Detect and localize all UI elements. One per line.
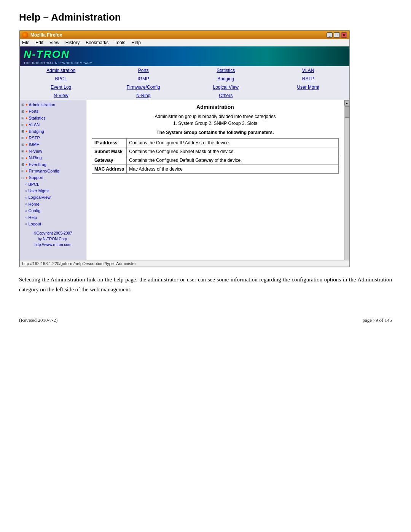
sidebar-label-logout[interactable]: Logout — [28, 221, 41, 227]
param-table: IP address Contains the Configured IP Ad… — [92, 138, 339, 174]
menu-edit[interactable]: Edit — [35, 40, 43, 45]
sidebar-label-vlan[interactable]: VLAN — [29, 122, 40, 128]
bullet-logicalview: ○ — [25, 195, 27, 200]
sidebar-label-bridging[interactable]: Bridging — [29, 129, 44, 134]
sidebar-label-usermgmt[interactable]: User Mgmt — [28, 188, 49, 194]
titlebar-text: Mozilla Firefox — [30, 32, 62, 38]
bullet-bridging: ● — [25, 129, 27, 134]
sidebar-label-eventlog[interactable]: EventLog — [29, 162, 46, 168]
browser-statusbar: http://192.168.1.220/goform/helpDescript… — [20, 260, 349, 267]
bullet-bpcl: ○ — [25, 182, 27, 187]
firefox-icon — [22, 32, 28, 38]
sidebar-item-igmp[interactable]: ⊞ ● IGMP — [21, 141, 84, 148]
nav-firmware[interactable]: Firmware/Config — [102, 83, 185, 91]
param-ip-label: IP address — [92, 139, 127, 147]
sidebar-label-statistics[interactable]: Statistics — [29, 115, 45, 121]
sidebar-label-ports[interactable]: Ports — [29, 109, 38, 114]
bullet-support: ● — [25, 176, 27, 181]
sidebar-label-igmp[interactable]: IGMP — [29, 142, 39, 147]
table-row: MAC Address Mac Address of the device — [92, 165, 339, 174]
bullet-usermgmt: ○ — [25, 189, 27, 193]
sidebar-item-nring[interactable]: ⊞ ● N-Ring — [21, 155, 84, 161]
sidebar-label-administration[interactable]: Administration — [29, 102, 55, 108]
nav-eventlog[interactable]: Event Log — [20, 83, 102, 91]
close-button[interactable]: ✕ — [341, 32, 347, 38]
sidebar-label-logicalview[interactable]: LogicalView — [28, 195, 51, 200]
menu-file[interactable]: File — [22, 40, 29, 45]
sidebar-label-rstp[interactable]: RSTP — [29, 135, 40, 141]
page-title: Help – Administration — [19, 11, 392, 23]
minimize-button[interactable]: _ — [327, 32, 333, 38]
scrollbar[interactable]: ▲ — [344, 100, 349, 260]
bullet-config: ○ — [25, 209, 27, 214]
menu-history[interactable]: History — [65, 40, 80, 45]
nav-vlan[interactable]: VLAN — [267, 66, 350, 75]
sidebar-item-support[interactable]: ⊟ ● Support — [21, 174, 84, 181]
bullet-igmp: ● — [25, 142, 27, 147]
nav-links-bar: Administration Ports Statistics VLAN BPC… — [20, 66, 349, 100]
nav-usermgmt[interactable]: User Mgmt — [267, 83, 350, 91]
sidebar-label-nring[interactable]: N-Ring — [29, 155, 41, 161]
sidebar-item-logicalview[interactable]: ○ LogicalView — [21, 194, 84, 201]
sidebar-item-home[interactable]: ○ Home — [21, 201, 84, 208]
bullet-statistics: ● — [25, 116, 27, 121]
sidebar-item-eventlog[interactable]: ⊞ ● EventLog — [21, 161, 84, 168]
scroll-up-button[interactable]: ▲ — [344, 100, 350, 105]
nav-others[interactable]: Others — [185, 91, 267, 100]
nav-bpcl[interactable]: BPCL — [20, 75, 102, 83]
nav-bridging[interactable]: Bridging — [185, 75, 267, 83]
sidebar-item-help[interactable]: ○ Help — [21, 214, 84, 221]
sidebar-item-usermgmt[interactable]: ○ User Mgmt — [21, 188, 84, 194]
page-wrapper: Help – Administration Mozilla Firefox _ … — [0, 0, 411, 339]
expand-icon-nview: ⊞ — [21, 149, 24, 154]
nav-administration[interactable]: Administration — [20, 66, 102, 75]
nav-rstp[interactable]: RSTP — [267, 75, 350, 83]
sidebar-label-config[interactable]: Config — [28, 208, 40, 214]
menu-bookmarks[interactable]: Bookmarks — [86, 40, 108, 45]
sidebar-label-home[interactable]: Home — [28, 201, 39, 207]
scroll-thumb[interactable] — [345, 106, 349, 118]
sidebar-item-rstp[interactable]: ⊞ ● RSTP — [21, 135, 84, 141]
sidebar-item-logout[interactable]: ○ Logout — [21, 221, 84, 227]
browser-menubar: File Edit View History Bookmarks Tools H… — [20, 39, 349, 46]
sidebar-item-firmware[interactable]: ⊞ ● Firmware/Config — [21, 168, 84, 174]
maximize-button[interactable]: □ — [334, 32, 340, 38]
nav-nring[interactable]: N-Ring — [102, 91, 185, 100]
nav-logicalview[interactable]: Logical View — [185, 83, 267, 91]
bullet-administration: ● — [25, 102, 27, 107]
sidebar-item-config[interactable]: ○ Config — [21, 208, 84, 214]
titlebar-left: Mozilla Firefox — [22, 32, 62, 38]
description-text: Selecting the Administration link on the… — [19, 275, 392, 294]
sidebar-label-nview[interactable]: N-View — [29, 149, 42, 154]
sidebar: ⊞ ● Administration ⊞ ● Ports ⊞ ● Statist… — [20, 100, 86, 260]
content-subtitle: The System Group contains the following … — [92, 130, 339, 135]
bullet-nring: ● — [25, 156, 27, 161]
sidebar-copyright: ©Copyright 2005-2007by N-TRON Corp.http:… — [21, 230, 84, 248]
content-scroll-area[interactable]: Administration Administration group is b… — [92, 104, 339, 233]
sidebar-item-ports[interactable]: ⊞ ● Ports — [21, 108, 84, 115]
sidebar-label-help[interactable]: Help — [28, 215, 37, 220]
sidebar-label-support[interactable]: Support — [29, 175, 43, 181]
sidebar-item-nview[interactable]: ⊞ ● N-View — [21, 148, 84, 155]
sidebar-label-bpcl[interactable]: BPCL — [28, 182, 39, 187]
nav-statistics[interactable]: Statistics — [185, 66, 267, 75]
menu-help[interactable]: Help — [131, 40, 141, 45]
nav-igmp[interactable]: IGMP — [102, 75, 185, 83]
nav-nview[interactable]: N-View — [20, 91, 102, 100]
nav-ports[interactable]: Ports — [102, 66, 185, 75]
footer-left: (Revised 2010-7-2) — [19, 317, 57, 323]
bullet-logout: ○ — [25, 222, 27, 227]
param-subnet-desc: Contains the Configured Subnet Mask of t… — [127, 147, 339, 156]
param-ip-desc: Contains the Configured IP Address of th… — [127, 139, 339, 147]
sidebar-item-vlan[interactable]: ⊞ ● VLAN — [21, 121, 84, 128]
expand-icon-eventlog: ⊞ — [21, 162, 24, 167]
sidebar-item-administration[interactable]: ⊞ ● Administration — [21, 102, 84, 108]
expand-icon-nring: ⊞ — [21, 156, 24, 161]
sidebar-item-bridging[interactable]: ⊞ ● Bridging — [21, 128, 84, 135]
browser-body: ⊞ ● Administration ⊞ ● Ports ⊞ ● Statist… — [20, 100, 349, 260]
sidebar-item-bpcl[interactable]: ○ BPCL — [21, 181, 84, 188]
menu-view[interactable]: View — [49, 40, 59, 45]
sidebar-label-firmware[interactable]: Firmware/Config — [29, 168, 59, 174]
menu-tools[interactable]: Tools — [115, 40, 125, 45]
sidebar-item-statistics[interactable]: ⊞ ● Statistics — [21, 115, 84, 121]
